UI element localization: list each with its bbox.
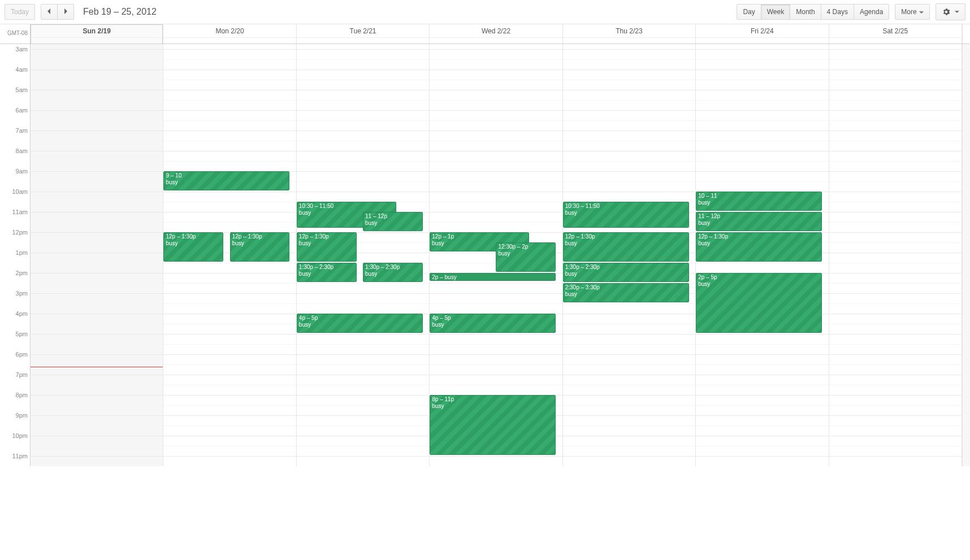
day-column[interactable] [829, 44, 962, 466]
event-title: busy [565, 240, 687, 247]
allday-strip[interactable] [430, 37, 562, 41]
hour-label: 10pm [12, 432, 28, 439]
event-block[interactable]: 10:30 – 11:50busy [563, 202, 689, 228]
event-time: 1:30p – 2:30p [365, 264, 421, 271]
event-title: busy [166, 179, 287, 186]
view-switch-group: Day Week Month 4 Days Agenda [737, 4, 889, 20]
more-button[interactable]: More [895, 4, 929, 20]
view-week-button[interactable]: Week [761, 4, 790, 20]
hour-label: 3pm [16, 290, 28, 297]
event-block[interactable]: 12p – 1:30pbusy [163, 232, 223, 262]
day-header[interactable]: Tue 2/21 [297, 24, 430, 44]
hour-label: 6am [16, 107, 28, 114]
event-block[interactable]: 12p – 1:30pbusy [297, 232, 357, 262]
view-month-button[interactable]: Month [790, 4, 821, 20]
event-block[interactable]: 1:30p – 2:30pbusy [563, 263, 689, 282]
allday-strip[interactable] [297, 37, 429, 41]
view-day-button[interactable]: Day [737, 4, 761, 20]
day-header[interactable]: Wed 2/22 [430, 24, 562, 44]
allday-strip[interactable] [163, 37, 296, 41]
event-time: 1:30p – 2:30p [565, 264, 687, 271]
event-block[interactable]: 1:30p – 2:30pbusy [297, 263, 357, 282]
hour-label: 5pm [16, 331, 28, 337]
event-block[interactable]: 10 – 11busy [696, 192, 822, 211]
event-time: 1:30p – 2:30p [299, 264, 354, 271]
day-column[interactable]: 9 – 10busy12p – 1:30pbusy12p – 1:30pbusy [163, 44, 296, 466]
now-line [31, 367, 163, 367]
event-block[interactable]: 8p – 11pbusy [430, 395, 556, 455]
calendar-header-row: GMT-08 Sun 2/19Mon 2/20Tue 2/21Wed 2/22T… [0, 24, 970, 44]
allday-strip[interactable] [696, 37, 828, 41]
day-column[interactable] [31, 44, 163, 466]
hour-label: 1pm [16, 249, 28, 256]
gear-icon [942, 7, 952, 15]
scrollbar-track[interactable] [962, 44, 970, 466]
next-button[interactable] [57, 4, 74, 20]
event-title: busy [565, 271, 687, 277]
prev-button[interactable] [41, 4, 58, 20]
toolbar-left: Today Feb 19 – 25, 2012 [5, 4, 157, 20]
day-column[interactable]: 10 – 11busy11 – 12pbusy12p – 1:30pbusy2p… [696, 44, 829, 466]
event-title: busy [299, 322, 421, 328]
hour-label: 4am [16, 66, 28, 73]
hour-label: 7am [16, 127, 28, 134]
event-block[interactable]: 12p – 1:30pbusy [230, 232, 290, 262]
event-title: busy [698, 220, 820, 227]
event-time: 10:30 – 11:50 [565, 203, 687, 210]
event-block[interactable]: 4p – 5pbusy [297, 314, 423, 333]
event-title: busy [565, 210, 687, 216]
event-block[interactable]: 12:30p – 2pbusy [496, 242, 556, 272]
day-header-label: Fri 2/24 [696, 27, 828, 35]
day-header[interactable]: Thu 2/23 [563, 24, 696, 44]
event-time: 12p – 1:30p [166, 233, 221, 240]
event-block[interactable]: 11 – 12pbusy [363, 212, 423, 231]
event-block[interactable]: 11 – 12pbusy [696, 212, 822, 231]
event-time: 12:30p – 2p [498, 244, 553, 250]
view-4days-button[interactable]: 4 Days [821, 4, 854, 20]
day-header[interactable]: Sat 2/25 [829, 24, 962, 44]
day-column[interactable]: 12p – 1pbusy12:30p – 2pbusy2p – busy4p –… [430, 44, 562, 466]
date-range-label: Feb 19 – 25, 2012 [80, 7, 157, 17]
event-block[interactable]: 2p – 5pbusy [696, 273, 822, 333]
hour-label: 5am [16, 86, 28, 93]
event-block[interactable]: 4p – 5pbusy [430, 314, 556, 333]
event-time: 2:30p – 3:30p [565, 284, 687, 291]
hour-label: 12pm [12, 229, 28, 236]
event-time: 2p – [432, 274, 444, 280]
day-header-label: Wed 2/22 [430, 27, 562, 35]
settings-button[interactable] [936, 3, 965, 20]
day-header[interactable]: Sun 2/19 [31, 24, 163, 44]
toolbar: Today Feb 19 – 25, 2012 Day Week Month 4… [0, 0, 970, 24]
hour-label: 6pm [16, 351, 28, 358]
nav-button-group [41, 4, 74, 20]
allday-strip[interactable] [563, 37, 695, 41]
day-header[interactable]: Mon 2/20 [163, 24, 296, 44]
day-header-label: Sun 2/19 [31, 27, 163, 35]
calendar-body: 3am4am5am6am7am8am9am10am11am12pm1pm2pm3… [0, 44, 970, 466]
day-column[interactable]: 10:30 – 11:50busy11 – 12pbusy12p – 1:30p… [297, 44, 430, 466]
hour-label: 8pm [16, 392, 28, 398]
event-block[interactable]: 1:30p – 2:30pbusy [363, 263, 423, 282]
event-time: 11 – 12p [698, 213, 820, 220]
day-header[interactable]: Fri 2/24 [696, 24, 829, 44]
event-block[interactable]: 12p – 1:30pbusy [696, 232, 822, 262]
day-column[interactable]: 10:30 – 11:50busy12p – 1:30pbusy1:30p – … [563, 44, 696, 466]
allday-strip[interactable] [31, 37, 163, 41]
event-time: 4p – 5p [299, 315, 421, 322]
event-block[interactable]: 9 – 10busy [163, 171, 289, 190]
event-title: busy [232, 240, 288, 247]
caret-down-icon [919, 11, 924, 14]
hour-label: 2pm [16, 270, 28, 276]
today-button[interactable]: Today [5, 4, 35, 20]
view-agenda-button[interactable]: Agenda [854, 4, 889, 20]
allday-strip[interactable] [829, 37, 962, 41]
event-time: 12p – 1p [432, 233, 527, 240]
day-header-label: Sat 2/25 [829, 27, 962, 35]
timezone-label: GMT-08 [0, 24, 31, 44]
event-block[interactable]: 12p – 1:30pbusy [563, 232, 689, 262]
day-header-label: Tue 2/21 [297, 27, 429, 35]
event-block[interactable]: 2:30p – 3:30pbusy [563, 283, 689, 302]
caret-down-icon [955, 11, 959, 13]
hour-label: 8am [16, 147, 28, 154]
event-block[interactable]: 2p – busy [430, 273, 556, 281]
